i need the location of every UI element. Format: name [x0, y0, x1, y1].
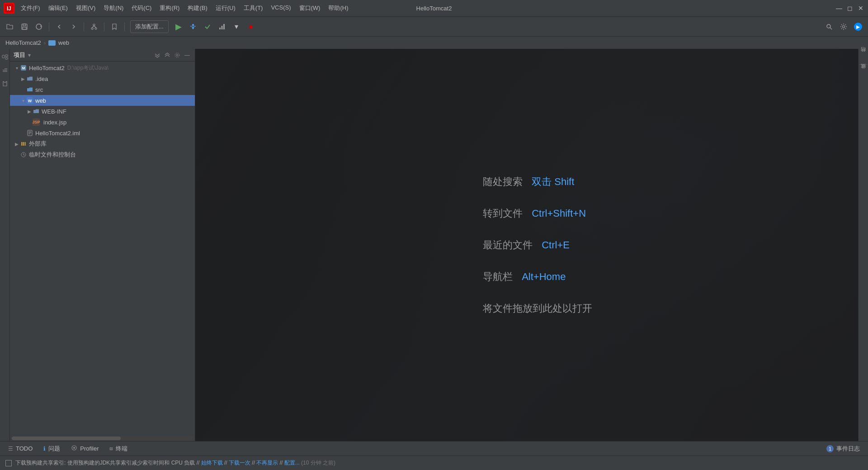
tree-item-scratch[interactable]: 临时文件和控制台 [10, 149, 195, 160]
welcome-line-navbar: 导航栏 Alt+Home [483, 270, 592, 284]
svg-point-8 [95, 28, 97, 29]
tree-item-src[interactable]: src [10, 84, 195, 95]
cover-button[interactable] [201, 20, 214, 33]
window-title: HelloTomcat2 [416, 5, 452, 12]
search-everywhere-button[interactable] [823, 20, 835, 33]
tab-profiler[interactable]: Profiler [66, 442, 103, 455]
favorites-label[interactable]: 收藏 [859, 69, 868, 76]
expand-arrow-web: ▾ [20, 97, 26, 104]
sync-button[interactable] [33, 20, 45, 33]
tree-item-extlib[interactable]: ▶ 外部库 [10, 138, 195, 149]
tab-problems[interactable]: ℹ 问题 [39, 442, 65, 455]
forward-button[interactable] [67, 20, 80, 33]
project-tree: ▾ M HelloTomcat2 D:\app考试\Java\ ▶ .idea [10, 62, 195, 436]
svg-rect-14 [221, 26, 222, 29]
tab-todo[interactable]: ☰ TODO [4, 442, 37, 455]
vcs-update-button[interactable] [88, 20, 100, 33]
breadcrumb-item-web[interactable]: web [58, 39, 69, 46]
svg-line-9 [92, 26, 94, 28]
run-button[interactable]: ▶ [172, 20, 185, 33]
tree-item-index-jsp[interactable]: JSP index.jsp [10, 117, 195, 128]
menu-navigate[interactable]: 导航(N) [100, 2, 127, 14]
svg-text:W: W [28, 99, 32, 103]
open-file-button[interactable] [4, 20, 16, 33]
dont-show-link[interactable]: 不再显示 [256, 460, 278, 466]
settings-button[interactable] [837, 20, 850, 33]
svg-line-42 [24, 155, 25, 156]
menu-build[interactable]: 构建(B) [184, 2, 211, 14]
structure-panel-label[interactable] [0, 64, 9, 76]
event-log-badge: 1 [826, 445, 834, 452]
tree-item-label-web: web [35, 97, 46, 104]
menu-refactor[interactable]: 重构(R) [156, 2, 183, 14]
web-folder-icon [48, 40, 56, 46]
breadcrumb-item-root[interactable]: HelloTomcat2 [5, 39, 41, 46]
collapse-all-button[interactable] [153, 51, 161, 59]
project-panel: 项目 ▾ — ▾ M [10, 49, 195, 441]
goto-file-label: 转到文件 [483, 207, 523, 220]
add-configuration-button[interactable]: 添加配置... [130, 20, 169, 33]
close-button[interactable]: ✕ [857, 5, 864, 12]
configure-link[interactable]: 配置... [284, 460, 300, 466]
event-log-button[interactable]: 1 事件日志 [822, 442, 864, 455]
back-button[interactable] [53, 20, 66, 33]
tree-item-webinf[interactable]: ▶ WEB-INF [10, 106, 195, 117]
settings-icon[interactable] [173, 51, 181, 59]
tab-todo-label: TODO [16, 445, 33, 452]
minimize-button[interactable]: — [835, 5, 843, 12]
status-checkbox[interactable] [5, 460, 12, 466]
bookmarks-label[interactable] [0, 78, 9, 90]
menu-file[interactable]: 文件(F) [17, 2, 44, 14]
download-once-link[interactable]: 下载一次 [229, 460, 250, 466]
svg-line-17 [830, 28, 832, 29]
menu-view[interactable]: 视图(V) [72, 2, 99, 14]
save-button[interactable] [18, 20, 31, 33]
svg-rect-4 [23, 24, 26, 26]
tab-terminal-label: 终端 [116, 445, 127, 453]
svg-point-7 [91, 28, 93, 29]
editor-area: 随处搜索 双击 Shift 转到文件 Ctrl+Shift+N 最近的文件 Ct… [195, 49, 858, 441]
bottom-right: 1 事件日志 [822, 442, 864, 455]
menu-edit[interactable]: 编辑(E) [45, 2, 71, 14]
recent-files-shortcut: Ctrl+E [542, 239, 570, 251]
tab-terminal[interactable]: ⊞ 终端 [105, 442, 132, 455]
tree-item-label-root: HelloTomcat2 [29, 65, 65, 71]
menu-help[interactable]: 帮助(H) [325, 2, 352, 14]
profile-button[interactable] [216, 20, 228, 33]
menu-code[interactable]: 代码(C) [128, 2, 155, 14]
tree-item-web[interactable]: ▾ W web [10, 95, 195, 106]
svg-point-18 [843, 25, 845, 28]
horizontal-scrollbar[interactable] [10, 436, 195, 441]
svg-point-6 [93, 24, 95, 26]
svg-text:▶: ▶ [856, 24, 860, 29]
svg-point-16 [827, 24, 830, 28]
stop-button[interactable]: ■ [245, 20, 257, 33]
tree-item-iml[interactable]: HelloTomcat2.iml [10, 128, 195, 138]
main-content: 项目 ▾ — ▾ M [0, 49, 868, 441]
src-folder-icon [26, 86, 33, 93]
bookmark-button[interactable] [108, 20, 121, 33]
hide-panel-button[interactable]: — [183, 51, 191, 59]
jetbrains-button[interactable]: ▶ [852, 20, 864, 33]
structure-label[interactable]: 结构 [859, 52, 868, 60]
always-download-link[interactable]: 始终下载 [201, 460, 223, 466]
menu-window[interactable]: 窗口(W) [296, 2, 324, 14]
menu-run[interactable]: 运行(U) [212, 2, 239, 14]
maximize-button[interactable]: ◻ [846, 5, 854, 12]
debug-button[interactable] [187, 20, 199, 33]
folder-icon [26, 75, 33, 82]
tree-item-root[interactable]: ▾ M HelloTomcat2 D:\app考试\Java\ [10, 62, 195, 73]
toolbar-separator-4 [124, 22, 125, 31]
project-panel-label[interactable] [0, 51, 9, 62]
menu-vcs[interactable]: VCS(S) [267, 2, 294, 14]
tree-item-idea[interactable]: ▶ .idea [10, 73, 195, 84]
svg-rect-13 [219, 28, 221, 29]
panel-dropdown-icon[interactable]: ▾ [28, 52, 31, 58]
menu-tools[interactable]: 工具(T) [240, 2, 267, 14]
svg-text:M: M [22, 66, 25, 70]
toolbar: 添加配置... ▶ ▾ ■ ▶ [0, 16, 868, 36]
app-logo: IJ [4, 3, 14, 14]
expand-all-button[interactable] [163, 51, 171, 59]
dropdown-arrow[interactable]: ▾ [230, 20, 243, 33]
right-sidebar: 结构 收藏 [858, 49, 868, 441]
